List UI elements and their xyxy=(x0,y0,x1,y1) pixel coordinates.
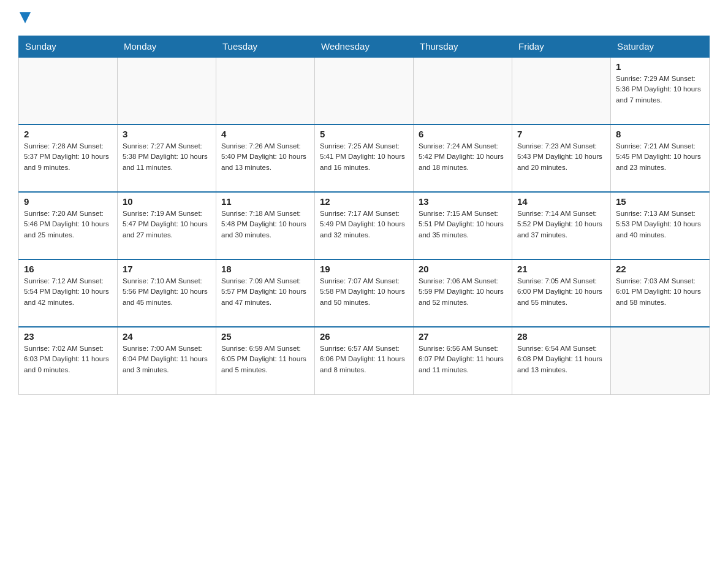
day-info: Sunrise: 7:21 AM Sunset: 5:45 PM Dayligh… xyxy=(616,141,704,173)
calendar-cell: 11Sunrise: 7:18 AM Sunset: 5:48 PM Dayli… xyxy=(216,192,315,259)
calendar-cell: 28Sunrise: 6:54 AM Sunset: 6:08 PM Dayli… xyxy=(512,327,611,394)
calendar-cell xyxy=(118,57,216,124)
day-info: Sunrise: 7:03 AM Sunset: 6:01 PM Dayligh… xyxy=(616,276,704,308)
day-header-sunday: Sunday xyxy=(19,36,118,58)
day-info: Sunrise: 7:14 AM Sunset: 5:52 PM Dayligh… xyxy=(517,209,605,240)
day-number: 24 xyxy=(123,331,211,342)
day-number: 15 xyxy=(616,196,704,207)
day-number: 12 xyxy=(320,196,408,207)
day-header-saturday: Saturday xyxy=(611,36,710,58)
day-info: Sunrise: 6:54 AM Sunset: 6:08 PM Dayligh… xyxy=(517,343,605,375)
page-header xyxy=(18,12,710,23)
day-number: 10 xyxy=(123,196,211,207)
calendar-cell: 17Sunrise: 7:10 AM Sunset: 5:56 PM Dayli… xyxy=(118,259,216,327)
day-info: Sunrise: 7:07 AM Sunset: 5:58 PM Dayligh… xyxy=(320,276,408,308)
calendar-table: SundayMondayTuesdayWednesdayThursdayFrid… xyxy=(18,36,710,395)
day-number: 4 xyxy=(221,129,309,139)
day-number: 18 xyxy=(221,264,309,274)
calendar-cell: 15Sunrise: 7:13 AM Sunset: 5:53 PM Dayli… xyxy=(611,192,710,259)
day-number: 21 xyxy=(517,264,605,274)
calendar-week-row: 9Sunrise: 7:20 AM Sunset: 5:46 PM Daylig… xyxy=(19,192,710,259)
svg-marker-0 xyxy=(20,12,31,23)
calendar-cell: 21Sunrise: 7:05 AM Sunset: 6:00 PM Dayli… xyxy=(512,259,611,327)
calendar-cell: 4Sunrise: 7:26 AM Sunset: 5:40 PM Daylig… xyxy=(216,124,315,192)
day-number: 8 xyxy=(616,129,704,139)
calendar-cell: 24Sunrise: 7:00 AM Sunset: 6:04 PM Dayli… xyxy=(118,327,216,394)
day-number: 19 xyxy=(320,264,408,274)
calendar-cell: 8Sunrise: 7:21 AM Sunset: 5:45 PM Daylig… xyxy=(611,124,710,192)
day-info: Sunrise: 7:12 AM Sunset: 5:54 PM Dayligh… xyxy=(24,276,112,308)
calendar-cell: 27Sunrise: 6:56 AM Sunset: 6:07 PM Dayli… xyxy=(414,327,512,394)
day-header-tuesday: Tuesday xyxy=(216,36,315,58)
day-header-thursday: Thursday xyxy=(414,36,512,58)
calendar-week-row: 16Sunrise: 7:12 AM Sunset: 5:54 PM Dayli… xyxy=(19,259,710,327)
day-number: 26 xyxy=(320,331,408,342)
day-number: 16 xyxy=(24,264,112,274)
calendar-cell: 23Sunrise: 7:02 AM Sunset: 6:03 PM Dayli… xyxy=(19,327,118,394)
day-number: 6 xyxy=(419,129,507,139)
calendar-header-row: SundayMondayTuesdayWednesdayThursdayFrid… xyxy=(19,36,710,58)
day-info: Sunrise: 7:09 AM Sunset: 5:57 PM Dayligh… xyxy=(221,276,309,308)
day-header-monday: Monday xyxy=(118,36,216,58)
day-info: Sunrise: 6:56 AM Sunset: 6:07 PM Dayligh… xyxy=(419,343,507,375)
calendar-body: 1Sunrise: 7:29 AM Sunset: 5:36 PM Daylig… xyxy=(19,57,710,394)
calendar-cell: 13Sunrise: 7:15 AM Sunset: 5:51 PM Dayli… xyxy=(414,192,512,259)
day-info: Sunrise: 7:23 AM Sunset: 5:43 PM Dayligh… xyxy=(517,141,605,173)
calendar-cell xyxy=(315,57,414,124)
calendar-cell: 12Sunrise: 7:17 AM Sunset: 5:49 PM Dayli… xyxy=(315,192,414,259)
day-number: 17 xyxy=(123,264,211,274)
calendar-cell: 1Sunrise: 7:29 AM Sunset: 5:36 PM Daylig… xyxy=(611,57,710,124)
day-info: Sunrise: 6:59 AM Sunset: 6:05 PM Dayligh… xyxy=(221,343,309,375)
day-info: Sunrise: 7:13 AM Sunset: 5:53 PM Dayligh… xyxy=(616,209,704,240)
logo xyxy=(18,12,31,23)
day-info: Sunrise: 7:27 AM Sunset: 5:38 PM Dayligh… xyxy=(123,141,211,173)
day-info: Sunrise: 7:15 AM Sunset: 5:51 PM Dayligh… xyxy=(419,209,507,240)
day-info: Sunrise: 7:19 AM Sunset: 5:47 PM Dayligh… xyxy=(123,209,211,240)
calendar-week-row: 23Sunrise: 7:02 AM Sunset: 6:03 PM Dayli… xyxy=(19,327,710,394)
calendar-cell: 9Sunrise: 7:20 AM Sunset: 5:46 PM Daylig… xyxy=(19,192,118,259)
day-number: 9 xyxy=(24,196,112,207)
day-number: 2 xyxy=(24,129,112,139)
calendar-cell: 2Sunrise: 7:28 AM Sunset: 5:37 PM Daylig… xyxy=(19,124,118,192)
day-number: 1 xyxy=(616,61,704,72)
calendar-week-row: 2Sunrise: 7:28 AM Sunset: 5:37 PM Daylig… xyxy=(19,124,710,192)
day-info: Sunrise: 7:24 AM Sunset: 5:42 PM Dayligh… xyxy=(419,141,507,173)
calendar-cell: 7Sunrise: 7:23 AM Sunset: 5:43 PM Daylig… xyxy=(512,124,611,192)
calendar-cell xyxy=(19,57,118,124)
day-info: Sunrise: 7:10 AM Sunset: 5:56 PM Dayligh… xyxy=(123,276,211,308)
day-number: 27 xyxy=(419,331,507,342)
calendar-cell: 25Sunrise: 6:59 AM Sunset: 6:05 PM Dayli… xyxy=(216,327,315,394)
calendar-cell: 20Sunrise: 7:06 AM Sunset: 5:59 PM Dayli… xyxy=(414,259,512,327)
day-info: Sunrise: 7:29 AM Sunset: 5:36 PM Dayligh… xyxy=(616,74,704,105)
logo-arrow-icon xyxy=(20,12,31,23)
day-number: 3 xyxy=(123,129,211,139)
calendar-cell: 5Sunrise: 7:25 AM Sunset: 5:41 PM Daylig… xyxy=(315,124,414,192)
day-number: 22 xyxy=(616,264,704,274)
calendar-cell: 14Sunrise: 7:14 AM Sunset: 5:52 PM Dayli… xyxy=(512,192,611,259)
calendar-cell: 18Sunrise: 7:09 AM Sunset: 5:57 PM Dayli… xyxy=(216,259,315,327)
day-number: 5 xyxy=(320,129,408,139)
calendar-cell: 16Sunrise: 7:12 AM Sunset: 5:54 PM Dayli… xyxy=(19,259,118,327)
day-info: Sunrise: 7:18 AM Sunset: 5:48 PM Dayligh… xyxy=(221,209,309,240)
calendar-cell xyxy=(611,327,710,394)
day-number: 23 xyxy=(24,331,112,342)
calendar-cell xyxy=(512,57,611,124)
day-info: Sunrise: 7:25 AM Sunset: 5:41 PM Dayligh… xyxy=(320,141,408,173)
calendar-cell: 10Sunrise: 7:19 AM Sunset: 5:47 PM Dayli… xyxy=(118,192,216,259)
day-number: 7 xyxy=(517,129,605,139)
day-number: 20 xyxy=(419,264,507,274)
day-number: 13 xyxy=(419,196,507,207)
calendar-cell: 6Sunrise: 7:24 AM Sunset: 5:42 PM Daylig… xyxy=(414,124,512,192)
calendar-cell xyxy=(414,57,512,124)
day-info: Sunrise: 7:20 AM Sunset: 5:46 PM Dayligh… xyxy=(24,209,112,240)
calendar-week-row: 1Sunrise: 7:29 AM Sunset: 5:36 PM Daylig… xyxy=(19,57,710,124)
day-info: Sunrise: 7:06 AM Sunset: 5:59 PM Dayligh… xyxy=(419,276,507,308)
day-number: 11 xyxy=(221,196,309,207)
day-header-friday: Friday xyxy=(512,36,611,58)
day-header-wednesday: Wednesday xyxy=(315,36,414,58)
calendar-cell: 26Sunrise: 6:57 AM Sunset: 6:06 PM Dayli… xyxy=(315,327,414,394)
day-info: Sunrise: 7:02 AM Sunset: 6:03 PM Dayligh… xyxy=(24,343,112,375)
day-info: Sunrise: 7:26 AM Sunset: 5:40 PM Dayligh… xyxy=(221,141,309,173)
day-number: 25 xyxy=(221,331,309,342)
day-info: Sunrise: 7:28 AM Sunset: 5:37 PM Dayligh… xyxy=(24,141,112,173)
